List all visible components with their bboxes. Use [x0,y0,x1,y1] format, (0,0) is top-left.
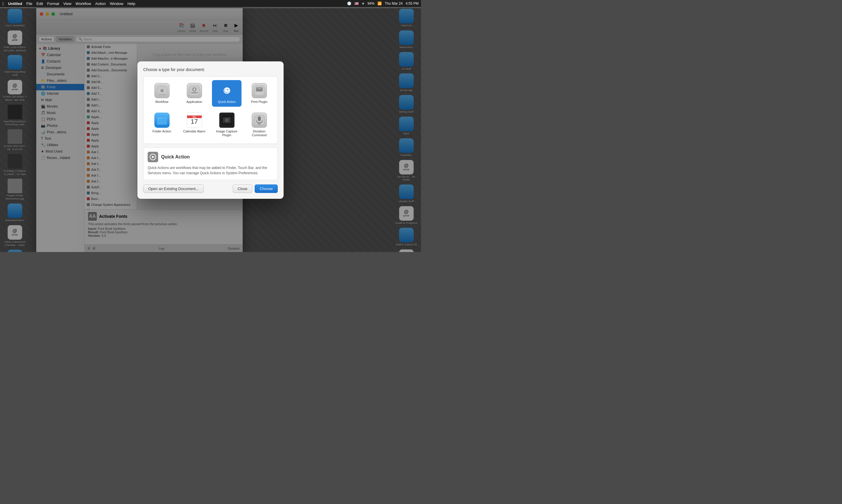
svg-rect-13 [259,88,261,89]
modal-action-buttons: Close Choose [233,184,278,193]
calendar-alarm-label: Calendar Alarm [183,129,205,133]
svg-rect-24 [258,116,261,121]
doc-type-calendar-alarm[interactable]: JUL 17 Calendar Alarm [180,110,209,140]
cal-day: 17 [191,118,198,125]
menu-workflow[interactable]: Workflow [75,1,91,6]
description-box: Quick Action Quick Actions are workflows… [143,147,278,180]
close-modal-button[interactable]: Close [233,184,252,193]
dictation-label: Dictation Command [246,129,272,137]
quick-action-label: Quick Action [218,100,236,104]
folder-action-icon [154,112,169,128]
doc-type-workflow[interactable]: ⚙ WFLOW Workflow [147,80,177,107]
doc-types-grid: ⚙ WFLOW Workflow Application [143,76,278,144]
application-label: Application [186,100,202,104]
image-capture-icon [219,112,234,128]
battery-label: 94% [368,1,375,5]
svg-rect-22 [229,118,230,119]
svg-rect-26 [257,124,261,124]
doc-type-quick-action[interactable]: Quick Action [212,80,241,107]
desc-header: Quick Action [148,152,273,162]
print-plugin-label: Print Plugin [251,100,267,104]
menu-window[interactable]: Window [110,1,123,6]
svg-rect-10 [256,87,263,91]
calendar-alarm-icon: JUL 17 [187,112,202,128]
doc-type-image-capture[interactable]: Image Capture Plugin [212,110,241,140]
menu-edit[interactable]: Edit [37,1,43,6]
quick-action-icon [219,83,234,98]
bluetooth-icon: ∗ [362,1,364,5]
svg-point-5 [193,88,196,91]
menu-help[interactable]: Help [127,1,136,6]
menubar-right: 🕘 🇺🇸 ∗ 94% 📶 Thu Mar 24 4:55 PM [347,1,419,5]
workflow-label: Workflow [155,100,168,104]
apple-menu[interactable]:  [2,1,4,6]
flag-icon: 🇺🇸 [354,1,359,5]
desc-body: Quick Actions are workflows that may be … [148,165,273,176]
choose-button[interactable]: Choose [255,184,278,193]
application-icon [187,83,202,98]
doc-type-print-plugin[interactable]: Print Plugin [245,80,274,107]
clock-icon: 🕘 [347,1,352,5]
svg-rect-15 [157,119,167,125]
wifi-icon: 📶 [377,1,382,5]
open-existing-button[interactable]: Open an Existing Document... [143,184,204,193]
menubar-left:  Untitled File Edit Format View Workflo… [2,1,136,6]
menu-file[interactable]: File [26,1,33,6]
svg-rect-12 [257,88,258,89]
dictation-icon [252,112,267,128]
svg-rect-16 [157,118,161,119]
modal-overlay: Choose a type for your document: ⚙ WFLOW… [0,8,421,252]
modal-title: Choose a type for your document: [143,67,278,72]
desc-title: Quick Action [161,154,190,160]
svg-text:WFLOW: WFLOW [159,93,165,95]
menubar:  Untitled File Edit Format View Workflo… [0,0,421,7]
svg-text:⚙: ⚙ [160,88,164,93]
document-type-modal: Choose a type for your document: ⚙ WFLOW… [138,61,284,199]
folder-action-label: Folder Action [152,129,171,133]
modal-buttons: Open an Existing Document... Close Choos… [143,184,278,193]
menu-action[interactable]: Action [95,1,106,6]
doc-type-dictation[interactable]: Dictation Command [245,110,274,140]
menu-format[interactable]: Format [47,1,59,6]
print-plugin-icon [252,83,267,98]
svg-rect-11 [257,91,262,94]
app-name[interactable]: Untitled [8,1,22,6]
menu-view[interactable]: View [63,1,71,6]
datetime-label: Thu Mar 24 4:55 PM [385,1,419,5]
image-capture-label: Image Capture Plugin [213,129,240,137]
doc-type-folder-action[interactable]: Folder Action [147,110,177,140]
svg-rect-6 [191,92,198,93]
doc-type-application[interactable]: Application [180,80,209,107]
svg-point-21 [226,120,228,121]
desc-icon [148,152,158,162]
workflow-icon: ⚙ WFLOW [154,83,169,98]
